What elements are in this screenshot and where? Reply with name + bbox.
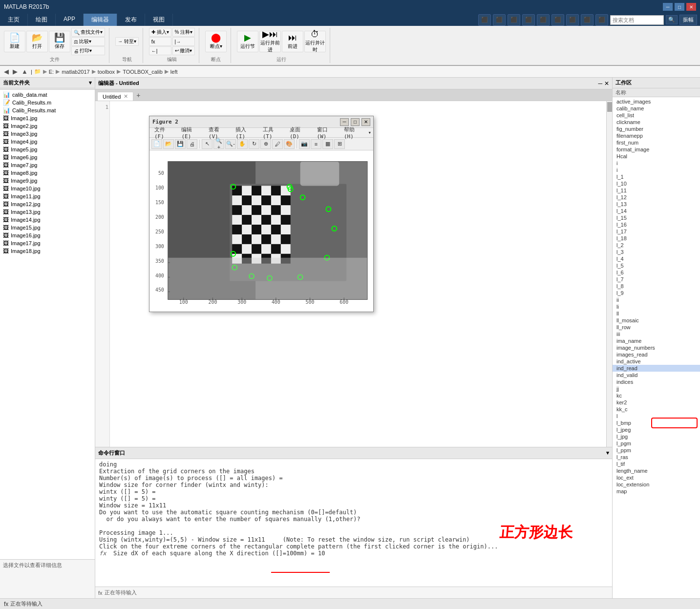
- ws-item-l-bmp[interactable]: l_bmp: [613, 420, 700, 426]
- ws-item-l1[interactable]: l_1: [613, 173, 700, 180]
- toolbar-icon-7[interactable]: ⬛: [566, 14, 579, 26]
- fig-tb-rotate[interactable]: ↻: [249, 139, 259, 149]
- ws-item-l-ppm[interactable]: l_ppm: [613, 447, 700, 454]
- file-item-image12[interactable]: 🖼Image12.jpg: [0, 200, 95, 208]
- fig-tb-zoom-in[interactable]: 🔍+: [213, 139, 224, 149]
- ws-item-l-jpeg[interactable]: l_jpeg: [613, 426, 700, 433]
- help-button[interactable]: 振幅: [679, 15, 697, 25]
- breadcrumb-item-drive[interactable]: 📁: [34, 68, 41, 75]
- editor-minimize-button[interactable]: ─: [598, 80, 602, 87]
- ws-item-l17[interactable]: l_17: [613, 228, 700, 235]
- ws-item-li[interactable]: li: [613, 303, 700, 310]
- nav-up-button[interactable]: ▲: [21, 68, 29, 75]
- fig-menu-expand[interactable]: ▾: [368, 129, 371, 136]
- file-item-image14[interactable]: 🖼Image14.jpg: [0, 216, 95, 224]
- fig-menu-help[interactable]: 帮助(H): [341, 126, 367, 140]
- ws-item-l11[interactable]: l_11: [613, 187, 700, 194]
- indent-inc-button[interactable]: |→: [172, 37, 195, 46]
- ws-item-ii[interactable]: ii: [613, 296, 700, 303]
- fig-tb-open[interactable]: 📂: [163, 139, 174, 149]
- ws-item-indices[interactable]: indices: [613, 378, 700, 385]
- ws-item-first-num[interactable]: first_num: [613, 139, 700, 146]
- ws-item-ind-read[interactable]: ind_read: [613, 365, 700, 372]
- ws-item-l7[interactable]: l_7: [613, 276, 700, 283]
- file-item-image11[interactable]: 🖼Image11.jpg: [0, 192, 95, 200]
- ws-item-l8[interactable]: l_8: [613, 283, 700, 290]
- fig-tb-zoom-out[interactable]: 🔍-: [225, 139, 236, 149]
- ws-item-l2[interactable]: l_2: [613, 242, 700, 249]
- fig-tb-print[interactable]: 🖨: [187, 139, 197, 149]
- undo-button[interactable]: ↩ 撤消▾: [172, 46, 195, 55]
- print-button[interactable]: 🖨 打印▾: [71, 46, 105, 55]
- fx-button[interactable]: fx: [149, 37, 171, 46]
- toolbar-icon-9[interactable]: ⬛: [595, 14, 608, 26]
- fig-tb-cursor[interactable]: ↖: [202, 139, 212, 149]
- compare-button[interactable]: ⚖ 比较▾: [71, 37, 105, 46]
- ws-item-l-tif[interactable]: l_tif: [613, 461, 700, 467]
- ws-item-l-jpg[interactable]: l_jpg: [613, 433, 700, 440]
- close-button[interactable]: ✕: [686, 3, 696, 11]
- ws-item-ind-valid[interactable]: ind_valid: [613, 372, 700, 378]
- ws-item-format-image[interactable]: format_image: [613, 146, 700, 153]
- ws-item-kc[interactable]: kc: [613, 392, 700, 399]
- fig-tb-grid[interactable]: ⊞: [334, 139, 345, 149]
- fig-menu-window[interactable]: 窗口(W): [314, 126, 340, 140]
- file-item-calib-results-m[interactable]: 📝 Calib_Results.m: [0, 99, 95, 106]
- toolbar-icon-1[interactable]: ⬛: [478, 14, 491, 26]
- breadcrumb-item-toolbox[interactable]: toolbox: [98, 69, 115, 75]
- open-button[interactable]: 📂 打开: [26, 31, 48, 52]
- file-item-image17[interactable]: 🖼Image17.jpg: [0, 239, 95, 247]
- ws-item-kk-c[interactable]: kk_c: [613, 406, 700, 413]
- ws-item-loc-extension[interactable]: loc_extension: [613, 481, 700, 488]
- fig-tb-pan[interactable]: ✋: [237, 139, 248, 149]
- toolbar-icon-3[interactable]: ⬛: [508, 14, 520, 26]
- toolbar-icon-8[interactable]: ⬛: [581, 14, 594, 26]
- find-file-button[interactable]: 🔍 查找文件▾: [71, 28, 105, 37]
- ws-item-loc-ext[interactable]: loc_ext: [613, 474, 700, 481]
- fig-menu-desktop[interactable]: 桌面(D): [287, 126, 313, 140]
- maximize-button[interactable]: □: [675, 3, 684, 11]
- ws-item-l3[interactable]: l_3: [613, 249, 700, 255]
- fig-tb-colormap[interactable]: 🎨: [284, 139, 295, 149]
- ws-item-hcal[interactable]: Hcal: [613, 153, 700, 160]
- editor-vscroll[interactable]: [606, 101, 612, 447]
- toolbar-icon-6[interactable]: ⬛: [552, 14, 564, 26]
- ribbon-tab-view[interactable]: 视图: [145, 14, 173, 26]
- ws-item-i[interactable]: i: [613, 160, 700, 167]
- ws-item-l[interactable]: l: [613, 413, 700, 420]
- ribbon-tab-publish[interactable]: 发布: [117, 14, 145, 26]
- ws-item-l9[interactable]: l_9: [613, 290, 700, 296]
- ws-item-l14[interactable]: l_14: [613, 208, 700, 214]
- advance-button[interactable]: ⏭ 前进: [282, 31, 303, 52]
- ribbon-tab-plot[interactable]: 绘图: [28, 14, 56, 26]
- comment-button[interactable]: % 注释▾: [172, 28, 195, 37]
- ws-item-l5[interactable]: l_5: [613, 262, 700, 269]
- figure-close-button[interactable]: ✕: [361, 118, 370, 126]
- ws-item-l16[interactable]: l_16: [613, 221, 700, 228]
- ws-item-l12[interactable]: l_12: [613, 194, 700, 201]
- file-item-image8[interactable]: 🖼Image8.jpg: [0, 169, 95, 177]
- file-item-image16[interactable]: 🖼Image16.jpg: [0, 231, 95, 239]
- ribbon-tab-home[interactable]: 主页: [0, 14, 28, 26]
- ws-item-map[interactable]: map: [613, 488, 700, 495]
- fig-tb-camera[interactable]: 📷: [299, 139, 310, 149]
- fig-tb-new[interactable]: 📄: [151, 139, 162, 149]
- ws-item-image-numbers[interactable]: image_numbers: [613, 344, 700, 351]
- toolbar-icon-2[interactable]: ⬛: [493, 14, 506, 26]
- nav-forward-button[interactable]: ▶: [12, 68, 19, 75]
- ribbon-tab-app[interactable]: APP: [56, 14, 84, 26]
- file-item-image5[interactable]: 🖼Image5.jpg: [0, 146, 95, 153]
- command-content[interactable]: doing Extraction of the grid corners on …: [95, 459, 612, 587]
- ws-item-images-read[interactable]: images_read: [613, 351, 700, 358]
- file-item-calib-results-mat[interactable]: 📊 Calib_Results.mat: [0, 106, 95, 114]
- goto-button[interactable]: → 转至▾: [115, 37, 139, 46]
- file-item-image1[interactable]: 🖼Image1.jpg: [0, 114, 95, 122]
- new-button[interactable]: 📄 新建: [4, 31, 25, 52]
- ws-item-active-images[interactable]: active_images: [613, 98, 700, 105]
- run-button[interactable]: ▶ 运行节: [237, 31, 258, 52]
- fig-tb-save[interactable]: 💾: [175, 139, 186, 149]
- toolbar-icon-5[interactable]: ⬛: [537, 14, 550, 26]
- file-item-image13[interactable]: 🖼Image13.jpg: [0, 208, 95, 216]
- file-item-image7[interactable]: 🖼Image7.jpg: [0, 161, 95, 169]
- ws-item-clickname[interactable]: clickname: [613, 119, 700, 126]
